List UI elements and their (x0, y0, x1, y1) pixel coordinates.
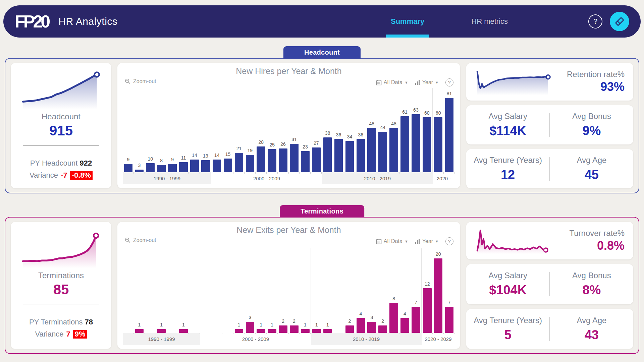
zoom-out-button[interactable]: Zoom-out (125, 78, 156, 84)
decade-group: 111 (123, 248, 200, 333)
bar[interactable] (400, 116, 409, 172)
bar[interactable] (323, 329, 332, 333)
year-slot: 9 (167, 88, 178, 172)
bar[interactable] (157, 165, 166, 172)
bar[interactable] (290, 144, 299, 172)
bar[interactable] (312, 147, 321, 172)
chart-help-button[interactable]: ? (445, 237, 453, 245)
bar[interactable] (445, 98, 454, 172)
bar-value-label: 3 (249, 315, 251, 320)
year-slot: 1 (156, 248, 167, 333)
bar[interactable] (345, 325, 354, 333)
year-slot: 9 (123, 88, 134, 172)
help-button[interactable]: ? (588, 14, 602, 28)
decade-group: 112432847 (311, 248, 421, 333)
chart-help-button[interactable]: ? (445, 78, 453, 86)
year-slot: 23 (300, 88, 311, 172)
bar[interactable] (268, 329, 276, 333)
chart-title: New Hires per Year & Month (117, 66, 460, 76)
tab-hr-metrics[interactable]: HR metrics (471, 5, 508, 38)
bar[interactable] (389, 303, 398, 333)
bar[interactable] (345, 141, 354, 172)
terminations-section-badge: Terminations (280, 205, 364, 218)
bar[interactable] (434, 258, 443, 333)
year-slot (189, 248, 200, 333)
chevron-down-icon: ▼ (405, 80, 408, 84)
bar[interactable] (423, 288, 432, 333)
bar[interactable] (357, 318, 365, 333)
all-data-dropdown[interactable]: All Data ▼ (376, 79, 408, 85)
bar[interactable] (312, 329, 321, 333)
bar-value-label: 2 (348, 318, 351, 324)
zoom-out-button[interactable]: Zoom-out (125, 237, 156, 243)
bar[interactable] (146, 163, 155, 172)
bar[interactable] (201, 160, 210, 172)
bar[interactable] (235, 153, 244, 172)
bar-value-label: 1 (182, 322, 185, 327)
bar[interactable] (445, 307, 454, 333)
decade-band-label: 2010 - 2019 (311, 333, 422, 345)
bar[interactable] (246, 155, 255, 172)
bar[interactable] (378, 132, 387, 172)
bar[interactable] (135, 170, 144, 172)
bar-value-label: 14 (214, 153, 220, 158)
year-slot (222, 248, 233, 333)
bar[interactable] (168, 164, 177, 172)
bar[interactable] (268, 149, 276, 172)
bar-value-label: 28 (258, 139, 264, 145)
granularity-dropdown[interactable]: Year ▼ (415, 79, 439, 85)
active-tab-underline (386, 35, 429, 38)
bar[interactable] (323, 137, 332, 172)
bar[interactable] (279, 148, 287, 172)
avg-age-label: Avg Age (577, 316, 606, 325)
bar[interactable] (334, 139, 343, 172)
bar[interactable] (290, 325, 299, 333)
year-slot: 60 (421, 88, 432, 172)
terminations-stats-column: Turnover rate% 0.8% Avg Salary $104K Avg… (466, 222, 633, 349)
clear-filters-button[interactable] (610, 12, 629, 31)
bar-value-label: 81 (447, 91, 452, 96)
decade-band-label: 2020 - (433, 172, 455, 184)
bar[interactable] (257, 329, 265, 333)
year-slot: 3 (245, 248, 256, 333)
bar[interactable] (224, 159, 232, 172)
year-slot (211, 248, 222, 333)
bar[interactable] (412, 307, 420, 333)
bar[interactable] (378, 325, 387, 333)
bar[interactable] (179, 162, 188, 172)
bar[interactable] (235, 329, 244, 333)
bar[interactable] (213, 160, 221, 172)
bar[interactable] (157, 329, 166, 333)
bar-value-label: 1 (138, 322, 141, 327)
bar[interactable] (412, 114, 420, 172)
bar[interactable] (124, 164, 133, 172)
rate-label: Turnover rate% (569, 229, 625, 238)
all-data-dropdown[interactable]: All Data ▼ (376, 238, 408, 244)
kpi-label: Terminations (38, 271, 84, 280)
bar[interactable] (301, 151, 310, 172)
bar[interactable] (400, 318, 409, 333)
retention-sparkline (472, 67, 556, 97)
tab-summary[interactable]: Summary (391, 5, 424, 38)
bar[interactable] (190, 160, 199, 172)
bar[interactable] (423, 117, 431, 172)
avg-salary-label: Avg Salary (488, 112, 527, 121)
granularity-dropdown[interactable]: Year ▼ (415, 238, 439, 244)
bar[interactable] (246, 322, 255, 333)
bar-value-label: 20 (436, 251, 441, 257)
bar[interactable] (179, 329, 188, 333)
bar[interactable] (301, 329, 310, 333)
bar[interactable] (257, 146, 265, 172)
bar[interactable] (367, 128, 376, 172)
bar[interactable] (434, 117, 443, 172)
bar-value-label: 60 (436, 110, 441, 116)
bar[interactable] (279, 325, 287, 333)
avg-age-label: Avg Age (577, 156, 606, 165)
bar[interactable] (357, 139, 365, 172)
bar[interactable] (367, 322, 376, 333)
bar[interactable] (135, 329, 144, 333)
year-slot: 2 (377, 248, 388, 333)
avg-salary-value: $104K (489, 283, 527, 297)
year-slot: 36 (355, 88, 366, 172)
bar[interactable] (389, 128, 398, 172)
